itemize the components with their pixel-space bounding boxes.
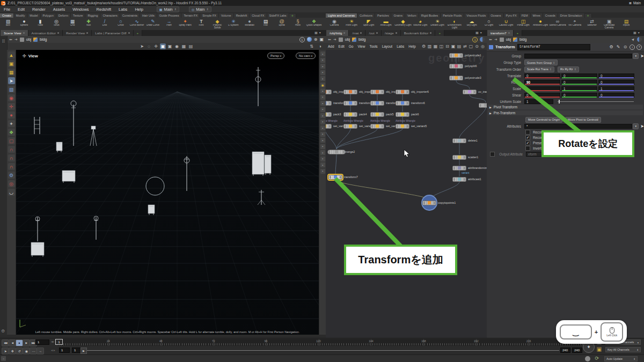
net-back-arrow-icon[interactable]: ⬅ bbox=[328, 38, 331, 42]
shelf-tool-volume-light[interactable]: ◕Volume Light bbox=[412, 18, 429, 30]
select-mode-icon[interactable]: ➤ bbox=[139, 43, 145, 49]
node-transform7[interactable] bbox=[328, 175, 342, 180]
shelf-tab-modify[interactable]: Modify bbox=[14, 13, 27, 18]
shelf-tab-fem[interactable]: FEM bbox=[519, 13, 531, 18]
playbar-tool-0[interactable]: ➤ bbox=[2, 348, 9, 354]
viewport-display-icon-11[interactable]: ▪ bbox=[320, 120, 325, 124]
snapshot-icon[interactable]: ▣ bbox=[8, 60, 15, 67]
field-translate-y[interactable]: 0 bbox=[561, 73, 597, 78]
shelf-tab-cloud-fx[interactable]: Cloud FX bbox=[250, 13, 267, 18]
message-bubble-icon[interactable] bbox=[585, 356, 590, 361]
shelf-tool-area-light[interactable]: ▬Area Light bbox=[377, 18, 394, 30]
viewport-display-icon-12[interactable]: ▪ bbox=[320, 125, 325, 130]
viewport-display-icon-9[interactable]: ▪ bbox=[320, 107, 325, 112]
pane-split-icon[interactable]: ▦ bbox=[314, 31, 318, 34]
viewport-display-icon-15[interactable]: ▪ bbox=[320, 144, 325, 149]
tab-close-dot[interactable] bbox=[343, 32, 345, 34]
camera-selector[interactable]: No cam▾ bbox=[296, 53, 316, 59]
shelf-tab-create[interactable]: Create bbox=[0, 13, 14, 18]
forward-arrow-icon[interactable]: ➜ bbox=[14, 38, 18, 42]
shelf-tab-model[interactable]: Model bbox=[27, 13, 40, 18]
param-breadcrumb-root[interactable]: obj bbox=[506, 38, 511, 41]
key-all-channels-dropdown[interactable]: Key All Channels⇕ bbox=[605, 347, 641, 352]
menu-assets[interactable]: Assets bbox=[49, 7, 69, 12]
viewport-display-icon-2[interactable]: ▪ bbox=[320, 64, 325, 69]
button-move-pivot-to-centroid[interactable]: Move Pivot to Centroid bbox=[565, 117, 601, 123]
handles-icon[interactable]: ✛ bbox=[8, 103, 15, 110]
node-delete1[interactable] bbox=[452, 138, 466, 143]
help-icon[interactable]: ? bbox=[636, 45, 642, 50]
shelf-tool-torus[interactable]: ◎Torus bbox=[48, 18, 64, 30]
node-pack6[interactable] bbox=[396, 112, 409, 117]
node-attribrandomize[interactable] bbox=[452, 166, 466, 171]
net-menu-edit[interactable]: Edit bbox=[336, 45, 347, 48]
output-enable-checkbox[interactable] bbox=[490, 152, 495, 157]
shelf-tool-camera[interactable]: ◉Camera bbox=[326, 18, 343, 30]
pane-tab-labs-parameter-diff[interactable]: Labs | Parameter Diff bbox=[92, 30, 133, 36]
checkbox-recompute-affected-normals[interactable]: ✓ bbox=[525, 135, 530, 140]
range-subend-field[interactable]: 240 bbox=[572, 348, 582, 353]
shelf-tab-rigid-bodies[interactable]: Rigid Bodies bbox=[419, 13, 441, 18]
combo-guess-from-group[interactable]: Guess from Group⇕ bbox=[524, 60, 558, 65]
shelf-tab-collisions[interactable]: Collisions bbox=[357, 13, 375, 18]
display-options-icon[interactable]: ◑ bbox=[317, 43, 323, 49]
auto-update-dropdown[interactable]: Auto Update⇕ bbox=[604, 356, 638, 361]
field-shear-z[interactable]: 0 bbox=[598, 93, 634, 98]
badge-1-icon[interactable]: 1 bbox=[472, 37, 478, 42]
desktop-selector[interactable]: ▦Main⇕ bbox=[157, 6, 179, 12]
scene-viewport[interactable]: ✣View Persp▾ No cam▾ Left mouse tumbles.… bbox=[16, 50, 319, 335]
node-polyextrude3[interactable] bbox=[449, 76, 463, 80]
crosshair-icon[interactable]: ⊕ bbox=[314, 37, 318, 42]
menu-labs[interactable]: Labs bbox=[115, 7, 131, 12]
snapshot-2-icon[interactable]: ▤ bbox=[188, 43, 194, 49]
shelf-tool-sky-light[interactable]: ☁Sky Light bbox=[463, 18, 480, 30]
node-transform6[interactable] bbox=[396, 101, 409, 106]
net-toolbar-icon-3[interactable]: ◫ bbox=[439, 43, 444, 49]
transport-step-back[interactable]: ◀ bbox=[9, 339, 16, 346]
badge-1[interactable]: 1 bbox=[299, 37, 305, 42]
shelf-tool-gi-light[interactable]: ○GI Light bbox=[480, 18, 497, 30]
shelf-tab-vellum[interactable]: Vellum bbox=[405, 13, 419, 18]
view-options-icon[interactable]: ▲ bbox=[8, 51, 15, 58]
pose-icon[interactable]: ● bbox=[8, 112, 15, 119]
shelf-tool-sphere[interactable]: ●Sphere bbox=[16, 18, 32, 30]
timeline-ruler[interactable]: 244872961201441681922162401 bbox=[57, 339, 583, 346]
box-select-icon[interactable]: ▢ bbox=[8, 137, 15, 144]
slider-handle[interactable] bbox=[559, 100, 560, 104]
sort-icon[interactable]: ⇅ bbox=[309, 43, 314, 49]
frame-step-icons[interactable]: ◂▸ bbox=[51, 339, 54, 343]
param-forward-arrow-icon[interactable]: ➜ bbox=[494, 38, 497, 42]
shelf-tool-l-system[interactable]: ✳L-System bbox=[225, 18, 241, 30]
playhead[interactable]: 1 bbox=[55, 339, 63, 345]
menu-windows[interactable]: Windows bbox=[69, 7, 92, 12]
shelf-tab-drive-simulation[interactable]: Drive Simulation bbox=[558, 13, 585, 18]
shelf-tool-null[interactable]: ✚Null bbox=[80, 18, 97, 30]
node-obj-importer4[interactable] bbox=[343, 90, 357, 94]
node-transform3[interactable] bbox=[326, 101, 332, 106]
pane-menu-arrow-icon[interactable]: ▾ bbox=[319, 31, 321, 34]
strip-gear-icon[interactable]: ⚙ bbox=[1, 329, 5, 334]
reselect-arrow-icon[interactable]: ➤ bbox=[640, 124, 644, 129]
shelf-tool-environment-light[interactable]: ◐Environment Light bbox=[446, 18, 463, 30]
viewport-display-icon-16[interactable]: ▪ bbox=[320, 150, 325, 155]
viewport-display-icon-1[interactable]: ▪ bbox=[320, 58, 325, 63]
shelf-tool-font[interactable]: TFont bbox=[193, 18, 209, 30]
net-forward-arrow-icon[interactable]: ➜ bbox=[333, 38, 336, 42]
net-toolbar-icon-10[interactable]: ◎ bbox=[480, 43, 485, 49]
node-attribcast1[interactable] bbox=[452, 177, 466, 182]
shelf-tab-texture[interactable]: Texture bbox=[71, 13, 85, 18]
shelf-tool-curve-bezier[interactable]: ∿Curve Bezier bbox=[129, 18, 145, 30]
viewport-display-icon-0[interactable]: ▪ bbox=[320, 51, 325, 56]
radial-menu-selector[interactable]: ◎Main⇕ bbox=[189, 6, 211, 12]
net-menu-labs[interactable]: Labs bbox=[394, 45, 406, 48]
transport-play[interactable]: ▶ bbox=[23, 339, 30, 346]
magnet-2-icon[interactable]: ∩ bbox=[8, 154, 15, 161]
shelf-tab-guide-process[interactable]: Guide Process bbox=[157, 13, 182, 18]
shelf-tool-tube[interactable]: ▮Tube bbox=[32, 18, 48, 30]
viewport-display-icon-5[interactable]: ◉ bbox=[320, 83, 325, 87]
dropdown-arrow-icon[interactable]: ▾ bbox=[633, 123, 639, 129]
reselect-arrow-icon[interactable]: ➤ bbox=[640, 54, 644, 58]
range-slider-handle[interactable]: ▶ bbox=[80, 348, 87, 354]
playbar-tool-3[interactable]: ◉ bbox=[23, 348, 30, 354]
checkbox-recompute-point-normals[interactable] bbox=[525, 130, 530, 135]
